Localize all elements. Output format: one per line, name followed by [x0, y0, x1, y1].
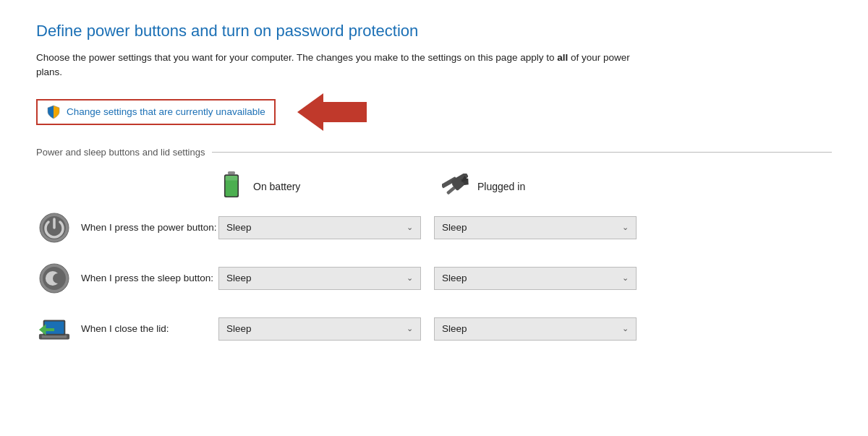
sleep-button-row: When I press the sleep button: Sleep ⌄ S… — [36, 260, 832, 296]
sleep-button-plugged-chevron: ⌄ — [622, 273, 629, 283]
lid-row: When I close the lid: Sleep ⌄ Sleep ⌄ — [36, 311, 832, 347]
shield-icon — [46, 105, 61, 119]
arrow-shaft — [323, 102, 367, 122]
lid-battery-chevron: ⌄ — [407, 324, 413, 333]
power-button-label: When I press the power button: — [81, 222, 218, 233]
section-divider: Power and sleep buttons and lid settings — [36, 147, 832, 158]
page-title: Define power buttons and turn on passwor… — [36, 22, 832, 40]
power-button-plugged-chevron: ⌄ — [622, 223, 629, 232]
svg-rect-0 — [228, 171, 235, 174]
arrow-indicator — [297, 93, 367, 131]
power-button-battery-chevron: ⌄ — [407, 223, 413, 232]
arrow-head — [297, 93, 323, 131]
lid-label: When I close the lid: — [81, 323, 218, 334]
section-label: Power and sleep buttons and lid settings — [36, 147, 205, 158]
power-button-dropdowns: Sleep ⌄ Sleep ⌄ — [218, 216, 637, 239]
sleep-button-dropdowns: Sleep ⌄ Sleep ⌄ — [218, 267, 637, 290]
power-button-plugged-value: Sleep — [442, 222, 467, 233]
lid-plugged-chevron: ⌄ — [622, 324, 629, 333]
change-settings-link-box[interactable]: Change settings that are currently unava… — [36, 99, 276, 125]
sleep-button-battery-dropdown[interactable]: Sleep ⌄ — [218, 267, 421, 290]
change-settings-row: Change settings that are currently unava… — [36, 93, 832, 131]
description-start: Choose the power settings that you want … — [36, 52, 557, 63]
sleep-button-battery-value: Sleep — [226, 273, 252, 283]
sleep-button-battery-chevron: ⌄ — [407, 273, 413, 283]
lid-battery-dropdown[interactable]: Sleep ⌄ — [218, 317, 421, 341]
lid-plugged-value: Sleep — [442, 323, 467, 334]
plug-icon — [441, 172, 470, 201]
power-button-icon — [36, 210, 72, 246]
svg-rect-17 — [45, 321, 64, 333]
columns-header: On battery Plugged in — [217, 172, 832, 201]
change-settings-link[interactable]: Change settings that are currently unava… — [67, 106, 265, 117]
main-container: Define power buttons and turn on passwor… — [22, 0, 846, 383]
power-button-row: When I press the power button: Sleep ⌄ S… — [36, 210, 832, 246]
description-bold: all — [557, 52, 568, 63]
sleep-button-plugged-dropdown[interactable]: Sleep ⌄ — [434, 267, 637, 290]
lid-dropdowns: Sleep ⌄ Sleep ⌄ — [218, 317, 637, 341]
sleep-button-label: When I press the sleep button: — [81, 273, 218, 283]
lid-battery-value: Sleep — [226, 323, 252, 334]
power-button-battery-value: Sleep — [226, 222, 252, 233]
description: Choose the power settings that you want … — [36, 51, 651, 80]
sleep-button-plugged-value: Sleep — [442, 273, 467, 283]
power-button-battery-dropdown[interactable]: Sleep ⌄ — [218, 216, 421, 239]
svg-rect-15 — [42, 335, 67, 338]
battery-column-label: On battery — [253, 181, 300, 192]
divider-line — [212, 152, 832, 153]
svg-rect-3 — [226, 175, 238, 180]
battery-icon — [217, 172, 246, 201]
plug-column-header: Plugged in — [441, 172, 665, 201]
battery-column-header: On battery — [217, 172, 441, 201]
power-button-plugged-dropdown[interactable]: Sleep ⌄ — [434, 216, 637, 239]
plug-column-label: Plugged in — [477, 181, 525, 192]
sleep-button-icon — [36, 260, 72, 296]
lid-icon — [36, 311, 72, 347]
lid-plugged-dropdown[interactable]: Sleep ⌄ — [434, 317, 637, 341]
